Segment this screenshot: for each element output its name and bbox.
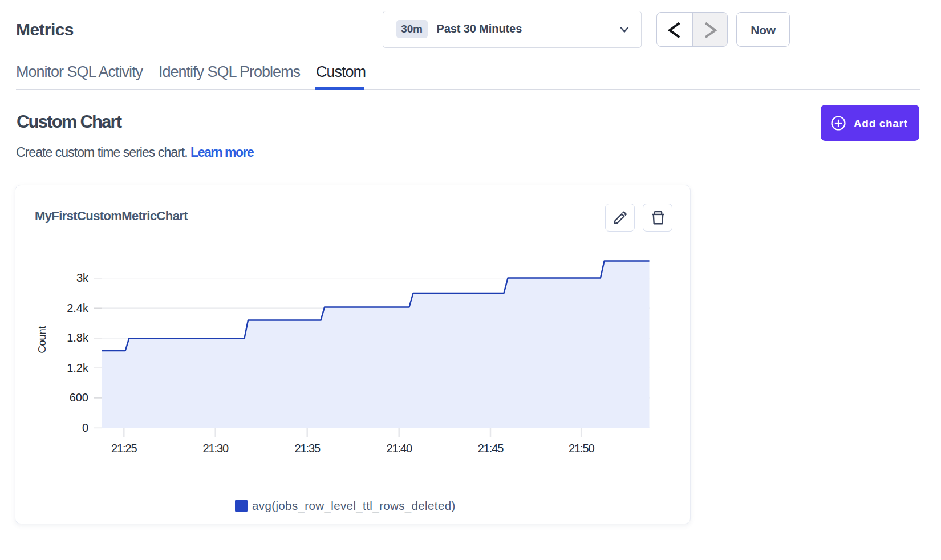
svg-text:21:45: 21:45 — [478, 442, 504, 455]
svg-text:2.4k: 2.4k — [67, 302, 89, 314]
svg-text:0: 0 — [82, 421, 88, 434]
svg-text:21:40: 21:40 — [386, 442, 412, 455]
svg-text:21:25: 21:25 — [111, 442, 137, 455]
svg-text:1.2k: 1.2k — [67, 362, 89, 374]
svg-text:600: 600 — [70, 391, 88, 404]
svg-text:21:35: 21:35 — [294, 442, 321, 455]
svg-text:21:30: 21:30 — [202, 442, 229, 455]
svg-text:1.8k: 1.8k — [67, 331, 89, 344]
svg-text:21:50: 21:50 — [569, 442, 595, 455]
svg-text:Count: Count — [36, 326, 48, 354]
svg-text:3k: 3k — [76, 271, 89, 284]
